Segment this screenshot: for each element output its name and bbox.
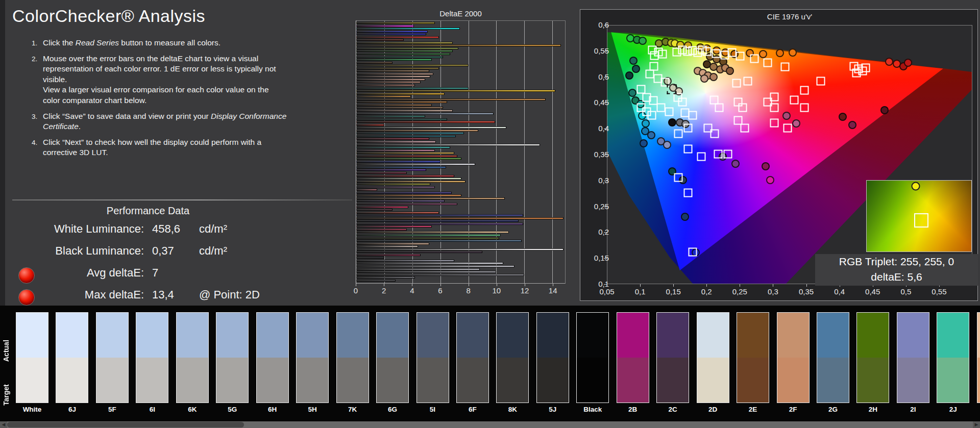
target-point[interactable] bbox=[800, 86, 808, 94]
deltae-bar[interactable] bbox=[356, 189, 377, 191]
target-point[interactable] bbox=[649, 96, 657, 105]
measured-point[interactable] bbox=[709, 73, 718, 81]
color-swatch[interactable] bbox=[737, 312, 769, 403]
color-swatch[interactable] bbox=[176, 312, 209, 403]
scrollbar-thumb[interactable] bbox=[7, 422, 244, 427]
measured-point[interactable] bbox=[639, 37, 647, 45]
color-swatch[interactable] bbox=[576, 312, 609, 403]
target-point[interactable] bbox=[646, 70, 654, 79]
deltae-bar[interactable] bbox=[356, 50, 453, 52]
color-swatch[interactable] bbox=[16, 312, 48, 403]
deltae-bar[interactable] bbox=[356, 217, 564, 219]
measured-point[interactable] bbox=[647, 131, 655, 139]
deltae-bar[interactable] bbox=[356, 152, 454, 154]
target-point[interactable] bbox=[689, 248, 697, 257]
deltae-bar[interactable] bbox=[356, 220, 519, 222]
color-swatch[interactable] bbox=[376, 312, 409, 403]
measured-point[interactable] bbox=[776, 49, 784, 57]
color-swatch[interactable] bbox=[256, 312, 289, 403]
deltae-bar[interactable] bbox=[356, 144, 540, 146]
target-point[interactable] bbox=[657, 103, 666, 112]
deltae-bar[interactable] bbox=[356, 181, 465, 183]
deltae-bar[interactable] bbox=[356, 276, 415, 279]
deltae-bar[interactable] bbox=[356, 274, 524, 276]
color-swatch[interactable] bbox=[817, 312, 849, 403]
target-point[interactable] bbox=[800, 103, 808, 112]
deltae-bar[interactable] bbox=[356, 178, 461, 180]
deltae-bar[interactable] bbox=[356, 53, 450, 55]
deltae-bar[interactable] bbox=[356, 124, 384, 126]
target-point[interactable] bbox=[702, 47, 711, 56]
deltae-bar[interactable] bbox=[356, 59, 432, 61]
deltae-bar[interactable] bbox=[356, 104, 432, 106]
target-point[interactable] bbox=[750, 54, 759, 63]
deltae-bar[interactable] bbox=[356, 172, 407, 174]
target-point[interactable] bbox=[780, 62, 789, 71]
deltae-bar[interactable] bbox=[356, 254, 421, 256]
deltae-bar[interactable] bbox=[356, 62, 393, 64]
deltae-bar[interactable] bbox=[356, 107, 443, 109]
deltae-bar[interactable] bbox=[356, 200, 445, 202]
deltae-bar[interactable] bbox=[356, 101, 447, 103]
measured-point[interactable] bbox=[880, 106, 889, 114]
color-swatch[interactable] bbox=[136, 312, 168, 403]
color-swatch[interactable] bbox=[496, 312, 529, 403]
target-point[interactable] bbox=[674, 173, 682, 182]
deltae-bar[interactable] bbox=[356, 22, 435, 24]
deltae-bar[interactable] bbox=[356, 31, 428, 33]
deltae-bar[interactable] bbox=[356, 260, 454, 262]
deltae-chart[interactable] bbox=[356, 20, 566, 284]
color-swatch[interactable] bbox=[56, 312, 88, 403]
deltae-bar[interactable] bbox=[356, 39, 404, 41]
measured-point[interactable] bbox=[839, 113, 847, 121]
deltae-bar[interactable] bbox=[356, 70, 429, 72]
target-point[interactable] bbox=[817, 77, 825, 86]
deltae-bar[interactable] bbox=[356, 42, 453, 44]
deltae-bar[interactable] bbox=[356, 161, 440, 163]
deltae-bar[interactable] bbox=[356, 84, 415, 86]
deltae-bar[interactable] bbox=[356, 47, 458, 49]
color-swatch[interactable] bbox=[336, 312, 369, 403]
color-swatch[interactable] bbox=[536, 312, 569, 403]
measured-point[interactable] bbox=[681, 213, 689, 221]
measured-point[interactable] bbox=[904, 59, 912, 67]
target-point[interactable] bbox=[684, 144, 693, 153]
deltae-bar[interactable] bbox=[356, 237, 499, 239]
deltae-bar[interactable] bbox=[356, 146, 450, 148]
scroll-right-icon[interactable]: ▶ bbox=[973, 421, 980, 428]
deltae-bar[interactable] bbox=[356, 127, 506, 129]
color-swatch[interactable] bbox=[697, 312, 729, 403]
measured-point[interactable] bbox=[640, 139, 648, 147]
deltae-bar[interactable] bbox=[356, 268, 480, 270]
target-point[interactable] bbox=[740, 124, 749, 133]
deltae-bar[interactable] bbox=[356, 265, 514, 267]
deltae-bar[interactable] bbox=[356, 223, 523, 225]
deltae-bar[interactable] bbox=[356, 121, 495, 123]
measured-point[interactable] bbox=[766, 176, 774, 184]
deltae-bar[interactable] bbox=[356, 209, 393, 211]
deltae-bar[interactable] bbox=[356, 135, 456, 137]
color-swatch[interactable] bbox=[897, 312, 929, 403]
deltae-bar[interactable] bbox=[356, 175, 454, 177]
measured-point[interactable] bbox=[663, 141, 671, 149]
color-swatch[interactable] bbox=[656, 312, 689, 403]
deltae-bar[interactable] bbox=[356, 166, 446, 168]
deltae-bar[interactable] bbox=[356, 251, 482, 253]
deltae-bar[interactable] bbox=[356, 183, 430, 185]
measured-point[interactable] bbox=[726, 67, 734, 75]
target-point[interactable] bbox=[770, 103, 779, 112]
measured-point[interactable] bbox=[792, 119, 800, 128]
deltae-bar[interactable] bbox=[356, 271, 496, 273]
measured-point[interactable] bbox=[782, 112, 791, 120]
target-point[interactable] bbox=[710, 129, 719, 138]
deltae-bar[interactable] bbox=[356, 36, 439, 38]
deltae-bar[interactable] bbox=[356, 257, 384, 259]
deltae-bar[interactable] bbox=[356, 243, 429, 245]
deltae-bar[interactable] bbox=[356, 67, 439, 69]
deltae-bar[interactable] bbox=[356, 280, 396, 282]
deltae-bar[interactable] bbox=[356, 155, 457, 157]
target-point[interactable] bbox=[647, 111, 656, 120]
target-point[interactable] bbox=[783, 124, 792, 133]
deltae-bar[interactable] bbox=[356, 113, 494, 115]
target-point[interactable] bbox=[724, 149, 732, 158]
